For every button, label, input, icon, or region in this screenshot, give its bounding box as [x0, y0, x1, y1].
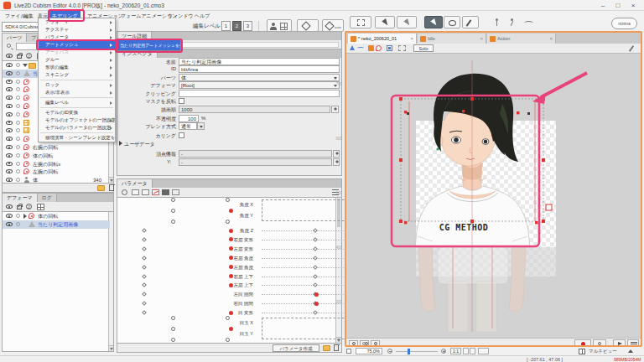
deformer-scrollbar[interactable]: [108, 212, 113, 351]
tab-close-icon[interactable]: ×: [549, 34, 553, 44]
grid-icon[interactable]: [37, 204, 44, 210]
inspector-field-6[interactable]: 1000: [179, 106, 330, 113]
inspector-select-3[interactable]: [Root]: [179, 81, 340, 89]
pin2-tool-button[interactable]: [506, 17, 520, 28]
menu-item-テクスチャ[interactable]: テクスチャ: [39, 26, 115, 34]
list-item-体の回転[interactable]: 体の回転: [3, 212, 113, 220]
camera-icon[interactable]: [371, 340, 380, 347]
new-folder-icon[interactable]: [97, 185, 105, 191]
param-view-icon[interactable]: [162, 189, 169, 195]
inspector-field-7[interactable]: 100: [179, 115, 199, 122]
param-view2-icon[interactable]: [172, 189, 179, 195]
menu-item-編集レベル[interactable]: 編集レベル: [39, 99, 115, 106]
create-parameter-button[interactable]: パラメータ作成: [273, 344, 319, 352]
path-icon[interactable]: [357, 45, 364, 51]
menu-item-7[interactable]: ヘルプ: [192, 11, 212, 21]
inspector-select-2[interactable]: 体: [179, 74, 340, 81]
multiview-label[interactable]: マルチビュー: [589, 349, 617, 354]
menu-item-グルー[interactable]: グルー: [39, 56, 115, 64]
param-default-icon[interactable]: [122, 189, 127, 195]
inspector-axis-field-12[interactable]: -: [179, 158, 332, 166]
menu-item-モデルのオブジェクトの一括設定[interactable]: モデルのオブジェクトの一括設定: [39, 116, 115, 124]
lock-icon[interactable]: [17, 205, 22, 209]
lock-icon[interactable]: [17, 54, 22, 59]
inspector-checkbox-5[interactable]: [179, 98, 184, 104]
cursor-tool-button[interactable]: [375, 16, 395, 28]
userdata-header[interactable]: ユーザデータ: [119, 141, 155, 148]
param-key3-icon[interactable]: [152, 189, 159, 195]
canvas-tab-Idle[interactable]: Idle×: [418, 34, 486, 44]
arrow-tool-button[interactable]: [424, 16, 443, 28]
rotation-icon[interactable]: [376, 45, 382, 51]
trash-icon[interactable]: [334, 345, 339, 351]
menu-item-モデルのパラメータの一括設定[interactable]: モデルのパラメータの一括設定: [39, 124, 115, 132]
inspector-field-1[interactable]: HitArea: [179, 65, 340, 73]
list-item-当たり判定用画像[interactable]: 当たり判定用画像: [3, 220, 113, 229]
menu-item-スキニング[interactable]: スキニング: [39, 71, 115, 79]
list-item-体の回転[interactable]: 体の回転: [3, 152, 113, 160]
inspector-checkbox-9[interactable]: [179, 132, 184, 138]
model-view-button[interactable]: [267, 19, 292, 32]
pin-tool-button[interactable]: [491, 17, 504, 28]
cursor-plus-tool-button[interactable]: [397, 16, 417, 28]
tab-close-icon[interactable]: ×: [410, 34, 413, 44]
menu-item-形状の編集[interactable]: 形状の編集: [39, 64, 115, 71]
zoom-value[interactable]: 75.0%: [356, 348, 382, 354]
list-item-左腕の回転x[interactable]: 左腕の回転x: [3, 160, 113, 168]
visibility-icon[interactable]: [6, 204, 13, 209]
canvas-tab-Action[interactable]: Action×: [487, 34, 556, 44]
canvas-viewport[interactable]: CG METHOD: [346, 54, 641, 338]
list-item-左腕の回転[interactable]: 左腕の回転: [3, 168, 113, 176]
record-button[interactable]: [574, 339, 591, 347]
param-key2-icon[interactable]: [142, 189, 149, 195]
snapshot-icon[interactable]: [349, 340, 358, 347]
menu-item-パラメータ[interactable]: パラメータ: [39, 34, 115, 41]
inspector-axis-field-11[interactable]: -: [179, 150, 332, 158]
spin-up-down2[interactable]: [470, 348, 475, 354]
list-item-右腕の回転[interactable]: 右腕の回転: [3, 143, 113, 152]
brush-tool-button[interactable]: [462, 16, 479, 28]
zoom-slider-thumb[interactable]: [408, 349, 410, 354]
edit-level-button-3[interactable]: 3: [243, 21, 252, 31]
menu-item-ロック[interactable]: ロック: [39, 81, 115, 89]
menu-item-物理演算・シーンブレンド設定を開く[interactable]: 物理演算・シーンブレンド設定を開く: [39, 134, 115, 142]
multiview-icon[interactable]: [579, 349, 585, 354]
filter-icon[interactable]: 2: [26, 204, 32, 209]
view-reset-button[interactable]: [478, 348, 489, 354]
multiview-caret[interactable]: [628, 349, 633, 353]
onion-skin-icon[interactable]: [360, 340, 369, 347]
bg-checkbox[interactable]: [346, 349, 351, 354]
play-button[interactable]: [613, 339, 626, 347]
mesh-icon[interactable]: [350, 45, 356, 51]
deformer-icon[interactable]: [368, 45, 374, 51]
mesh-edit-button[interactable]: [297, 19, 319, 32]
menu-item-1[interactable]: 編集: [21, 11, 36, 21]
menu-item-アートパス[interactable]: アートパス: [39, 49, 115, 56]
menu-item-デフォーマ[interactable]: デフォーマ: [39, 18, 115, 26]
canvas-tab-* neko_200620_01[interactable]: * neko_200620_01×: [348, 34, 417, 44]
grid-tool-button[interactable]: [350, 16, 371, 28]
nizima-logo[interactable]: nizima: [611, 18, 637, 29]
expand-icon[interactable]: [387, 45, 392, 51]
minimize-button[interactable]: –: [597, 1, 609, 10]
list-button[interactable]: [627, 339, 639, 347]
submenu-generate-hitarea[interactable]: 当たり判定用アートメッシュを生成: [117, 39, 181, 51]
close-button[interactable]: ×: [627, 1, 639, 10]
inspector-blend-select[interactable]: 通常: [179, 122, 197, 130]
edit-level-button-1[interactable]: 1: [221, 21, 231, 31]
menu-item-表示/非表示[interactable]: 表示/非表示: [39, 89, 115, 96]
tab-close-icon[interactable]: ×: [480, 34, 483, 44]
curve-tool-button[interactable]: [522, 17, 536, 28]
lasso-tool-button[interactable]: [444, 16, 460, 28]
param-key1-icon[interactable]: [132, 189, 139, 195]
maximize-button[interactable]: □: [612, 1, 624, 10]
menu-item-アートメッシュ[interactable]: アートメッシュ: [39, 41, 115, 49]
solo-button[interactable]: Solo: [413, 44, 434, 52]
zoom-out-icon[interactable]: [387, 349, 392, 354]
bounds-icon[interactable]: [398, 45, 406, 51]
menu-item-モデルのID変換[interactable]: モデルのID変換: [39, 109, 115, 116]
filter-icon[interactable]: 2: [26, 53, 32, 59]
zoom-slider[interactable]: [396, 351, 438, 353]
inspector-field-0[interactable]: 当たり判定用画像: [179, 58, 340, 65]
ratio-button[interactable]: 1:1: [450, 348, 461, 354]
